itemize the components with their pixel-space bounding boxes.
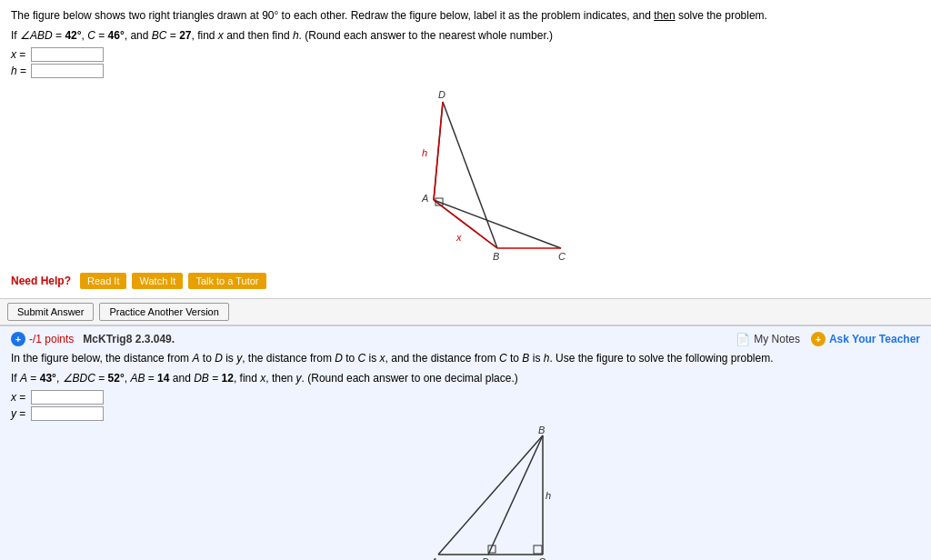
talk-tutor-btn-1[interactable]: Talk to a Tutor: [188, 273, 265, 289]
svg-line-0: [443, 102, 497, 248]
problem-2-section: + -/1 points McKTrig8 2.3.049. 📄 My Note…: [0, 326, 931, 560]
svg-line-17: [488, 435, 543, 555]
problem-2-instruction: In the figure below, the distance from A…: [11, 350, 920, 366]
svg-text:A: A: [421, 193, 428, 204]
x-label-2: x =: [11, 391, 29, 404]
h-input-row-1: h =: [11, 64, 920, 78]
svg-text:x: x: [508, 556, 515, 560]
points-left-2: + -/1 points McKTrig8 2.3.049.: [11, 332, 175, 346]
svg-line-2: [434, 200, 561, 248]
svg-text:y: y: [454, 556, 461, 560]
x-input-1[interactable]: [31, 47, 104, 62]
my-notes-btn[interactable]: 📄 My Notes: [736, 333, 800, 346]
figure-1-area: D A B C h x: [11, 82, 920, 264]
problem-id-2: McKTrig8 2.3.049.: [83, 333, 175, 345]
need-help-label-1: Need Help?: [11, 275, 71, 287]
h-input-1[interactable]: [31, 64, 104, 78]
h-label-1: h =: [11, 65, 29, 77]
ask-teacher-label: Ask Your Teacher: [829, 333, 920, 345]
y-input-2[interactable]: [31, 406, 104, 421]
svg-text:D: D: [482, 556, 489, 560]
figure-2-svg: h B A D C y x: [347, 425, 584, 560]
svg-text:C: C: [558, 251, 566, 262]
plus-icon-2: +: [11, 332, 25, 346]
points-header-2: + -/1 points McKTrig8 2.3.049. 📄 My Note…: [11, 332, 920, 346]
svg-text:x: x: [455, 232, 462, 243]
svg-line-5: [434, 102, 443, 200]
ask-plus-icon: +: [811, 332, 826, 346]
x-label-1: x =: [11, 48, 29, 61]
svg-text:D: D: [438, 89, 445, 100]
problem-2-condition: If A = 43°, ∠BDC = 52°, AB = 14 and DB =…: [11, 370, 920, 386]
figure-1-svg: D A B C h x: [347, 82, 584, 264]
svg-rect-18: [534, 545, 542, 554]
submit-answer-btn-1[interactable]: Submit Answer: [7, 303, 94, 321]
svg-line-14: [438, 435, 543, 555]
svg-text:B: B: [538, 425, 545, 435]
note-icon: 📄: [736, 333, 750, 346]
problem-1-instruction: The figure below shows two right triangl…: [11, 7, 920, 24]
svg-text:C: C: [538, 556, 546, 560]
points-badge-2: + -/1 points: [11, 332, 74, 346]
right-actions-2: 📄 My Notes + Ask Your Teacher: [736, 332, 920, 346]
problem-1-section: The figure below shows two right triangl…: [0, 0, 931, 299]
points-text-2: -/1 points: [29, 333, 74, 345]
x-input-2[interactable]: [31, 390, 104, 405]
y-label-2: y =: [11, 407, 29, 420]
svg-text:A: A: [430, 556, 437, 560]
figure-2-area: h B A D C y x: [11, 425, 920, 560]
svg-text:h: h: [422, 147, 427, 158]
x-input-row-2: x =: [11, 390, 920, 405]
svg-text:B: B: [493, 251, 499, 262]
action-row-1: Submit Answer Practice Another Version: [0, 299, 931, 326]
watch-it-btn-1[interactable]: Watch It: [132, 273, 183, 289]
y-input-row-2: y =: [11, 406, 920, 421]
problem-1-condition: If ∠ABD = 42°, C = 46°, and BC = 27, fin…: [11, 27, 920, 44]
ask-teacher-btn[interactable]: + Ask Your Teacher: [811, 332, 920, 346]
my-notes-label: My Notes: [754, 333, 800, 345]
need-help-row-1: Need Help? Read It Watch It Talk to a Tu…: [11, 267, 920, 293]
read-it-btn-1[interactable]: Read It: [80, 273, 126, 289]
practice-version-btn-1[interactable]: Practice Another Version: [99, 303, 228, 321]
svg-text:h: h: [546, 490, 551, 501]
x-input-row-1: x =: [11, 47, 920, 62]
